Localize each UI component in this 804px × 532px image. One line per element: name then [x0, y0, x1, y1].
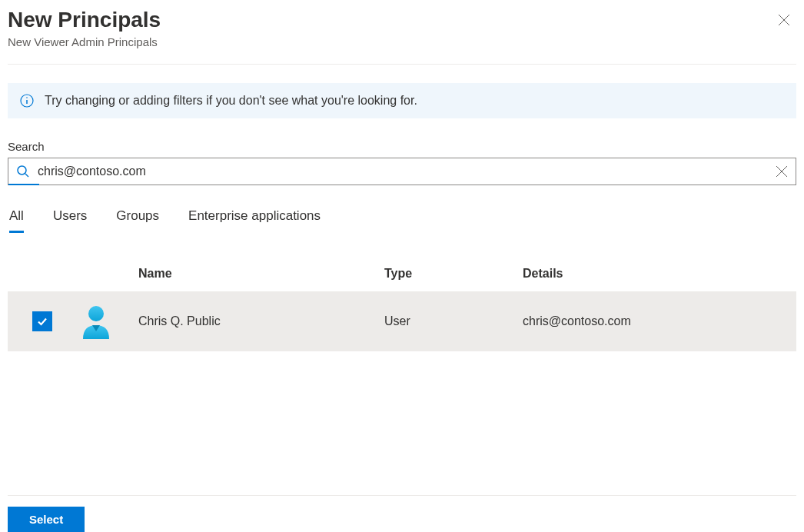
- clear-search-icon[interactable]: [776, 165, 788, 178]
- page-title: New Principals: [8, 8, 772, 32]
- tab-all[interactable]: All: [9, 208, 24, 230]
- row-type: User: [384, 314, 523, 328]
- column-header-type[interactable]: Type: [384, 267, 523, 281]
- search-icon: [16, 165, 30, 178]
- panel-footer: Select: [8, 495, 796, 532]
- user-avatar-icon: [77, 302, 115, 341]
- tab-groups[interactable]: Groups: [116, 208, 159, 230]
- search-section: Search: [8, 140, 796, 185]
- results-table: Name Type Details: [8, 259, 796, 351]
- page-subtitle: New Viewer Admin Principals: [8, 35, 772, 48]
- checkmark-icon: [36, 315, 48, 328]
- panel-header: New Principals New Viewer Admin Principa…: [8, 8, 796, 65]
- tab-users[interactable]: Users: [53, 208, 87, 230]
- svg-point-9: [88, 306, 104, 321]
- table-row[interactable]: Chris Q. Public User chris@contoso.com: [8, 291, 796, 351]
- select-button[interactable]: Select: [8, 507, 85, 532]
- info-icon: [20, 94, 34, 108]
- table-header-row: Name Type Details: [8, 259, 796, 291]
- tab-enterprise-applications[interactable]: Enterprise applications: [188, 208, 321, 230]
- info-banner: Try changing or adding filters if you do…: [8, 83, 796, 118]
- close-button[interactable]: [772, 8, 796, 32]
- svg-point-4: [26, 97, 28, 98]
- row-details: chris@contoso.com: [523, 314, 796, 328]
- close-icon: [778, 14, 790, 26]
- row-checkbox[interactable]: [32, 311, 52, 331]
- svg-line-6: [25, 174, 28, 177]
- row-name: Chris Q. Public: [138, 314, 384, 328]
- search-box[interactable]: [8, 158, 796, 185]
- info-message: Try changing or adding filters if you do…: [45, 94, 417, 108]
- search-input[interactable]: [38, 165, 776, 178]
- column-header-details[interactable]: Details: [523, 267, 796, 281]
- search-label: Search: [8, 140, 796, 153]
- search-focus-underline: [8, 184, 39, 185]
- svg-point-5: [18, 166, 26, 175]
- column-header-name[interactable]: Name: [138, 267, 384, 281]
- filter-tabs: All Users Groups Enterprise applications: [8, 208, 796, 230]
